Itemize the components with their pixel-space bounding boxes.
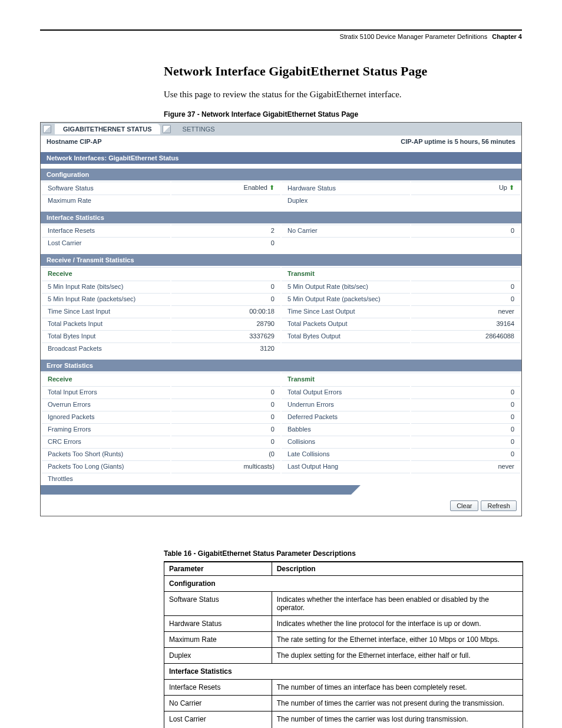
err-receive-head: Receive: [42, 373, 280, 385]
tab-bar: GIGABITETHERNET STATUS SETTINGS: [41, 123, 521, 136]
rt-r4rv: 39164: [411, 318, 520, 329]
err-e7rv: never: [411, 460, 520, 472]
err-e5l: CRC Errors: [42, 436, 170, 447]
p-r7d: The number of times the carrier was lost…: [272, 711, 523, 729]
table-label: Table 16 - GigabitEthernet Status Parame…: [164, 549, 522, 558]
no-carrier-label: No Carrier: [282, 225, 410, 236]
rt-table: Receive Transmit 5 Min Input Rate (bits/…: [41, 266, 521, 355]
transmit-head: Transmit: [282, 267, 520, 279]
rt-r4l: Total Packets Input: [42, 318, 170, 329]
err-e2l: Overrun Errors: [42, 398, 170, 410]
config-header: Configuration: [41, 169, 521, 180]
p-r2p: Hardware Status: [164, 616, 272, 632]
p-r2d: Indicates whether the line protocol for …: [272, 616, 523, 632]
max-rate-label: Maximum Rate: [42, 195, 170, 206]
button-bar: Clear Refresh: [41, 495, 521, 516]
err-e6r: Late Collisions: [282, 448, 410, 459]
tab-divider-icon: [163, 125, 171, 133]
err-e1rv: 0: [411, 386, 520, 397]
err-e2rv: 0: [411, 398, 520, 410]
err-e2lv: 0: [171, 398, 280, 410]
receive-head: Receive: [42, 267, 280, 279]
err-e7l: Packets Too Long (Giants): [42, 460, 170, 472]
err-e4lv: 0: [171, 423, 280, 434]
ifstats-table: Interface Resets 2 No Carrier 0 Lost Car…: [41, 223, 521, 249]
page-section-desc: Use this page to review the status for t…: [164, 90, 522, 100]
err-e6l: Packets Too Short (Runts): [42, 448, 170, 459]
status-screenshot: GIGABITETHERNET STATUS SETTINGS Hostname…: [40, 122, 522, 516]
lost-carrier-value: 0: [171, 237, 280, 248]
hostname-label: Hostname CIP-AP: [47, 138, 102, 145]
err-e4rv: 0: [411, 423, 520, 434]
rt-r3lv: 00:00:18: [171, 305, 280, 317]
p-r5p: Interface Resets: [164, 680, 272, 696]
rt-r5l: Total Bytes Input: [42, 330, 170, 341]
rt-r3l: Time Since Last Input: [42, 305, 170, 317]
hardware-status-label: Hardware Status: [282, 182, 410, 193]
uptime-text: CIP-AP uptime is 5 hours, 56 minutes: [401, 138, 515, 145]
config-table: Software Status Enabled ⬆ Hardware Statu…: [41, 180, 521, 207]
err-e3r: Deferred Packets: [282, 411, 410, 422]
p-r7p: Lost Carrier: [164, 711, 272, 729]
rt-r1lv: 0: [171, 281, 280, 292]
software-status-label: Software Status: [42, 182, 170, 193]
header-rule: [40, 29, 522, 31]
p-r3d: The rate setting for the Ethernet interf…: [272, 632, 523, 648]
p-r5d: The number of times an interface has bee…: [272, 680, 523, 696]
group-configuration: Configuration: [164, 576, 523, 592]
ifstats-header: Interface Statistics: [41, 212, 521, 223]
err-e8lv: [171, 473, 280, 484]
err-e2r: Underrun Errors: [282, 398, 410, 410]
host-bar: Hostname CIP-AP CIP-AP uptime is 5 hours…: [41, 136, 521, 147]
err-e7r: Last Output Hang: [282, 460, 410, 472]
rt-r3r: Time Since Last Output: [282, 305, 410, 317]
tab-status[interactable]: GIGABITETHERNET STATUS: [55, 124, 160, 134]
rt-r1rv: 0: [411, 281, 520, 292]
group-interface-statistics: Interface Statistics: [164, 664, 523, 680]
rt-r4r: Total Packets Output: [282, 318, 410, 329]
rt-r6lv: 3120: [171, 342, 280, 354]
rt-r5lv: 3337629: [171, 330, 280, 341]
rt-r5r: Total Bytes Output: [282, 330, 410, 341]
p-r1p: Software Status: [164, 592, 272, 616]
p-r6p: No Carrier: [164, 696, 272, 711]
rt-r2r: 5 Min Output Rate (packets/sec): [282, 293, 410, 304]
err-e3lv: 0: [171, 411, 280, 422]
figure-label: Figure 37 - Network Interface GigabitEth…: [164, 110, 522, 118]
duplex-label: Duplex: [282, 195, 410, 206]
rt-r6l: Broadcast Packets: [42, 342, 170, 354]
err-table: Receive Transmit Total Input Errors 0 To…: [41, 371, 521, 485]
header-title: Stratix 5100 Device Manager Parameter De…: [340, 33, 488, 40]
enabled-up-arrow-icon: ⬆: [269, 184, 275, 191]
refresh-button[interactable]: Refresh: [481, 500, 517, 511]
rt-r2lv: 0: [171, 293, 280, 304]
p-r4p: Duplex: [164, 648, 272, 664]
interface-resets-label: Interface Resets: [42, 225, 170, 236]
tab-settings[interactable]: SETTINGS: [174, 124, 223, 134]
err-e7lv: multicasts): [171, 460, 280, 472]
p-r4d: The duplex setting for the Ethernet inte…: [272, 648, 523, 664]
p-r3p: Maximum Rate: [164, 632, 272, 648]
th-parameter: Parameter: [164, 562, 272, 576]
duplex-value: [411, 195, 520, 206]
err-e5rv: 0: [411, 436, 520, 447]
footer-swoosh: [41, 485, 521, 495]
param-table: Parameter Description Configuration Soft…: [164, 561, 523, 728]
max-rate-value: [171, 195, 280, 206]
rt-r2rv: 0: [411, 293, 520, 304]
err-e4r: Babbles: [282, 423, 410, 434]
err-header: Error Statistics: [41, 360, 521, 371]
rt-r3rv: never: [411, 305, 520, 317]
err-e5r: Collisions: [282, 436, 410, 447]
header-chapter: Chapter 4: [492, 33, 522, 40]
rt-r4lv: 28790: [171, 318, 280, 329]
err-e6lv: (0: [171, 448, 280, 459]
err-e4l: Framing Errors: [42, 423, 170, 434]
err-e1lv: 0: [171, 386, 280, 397]
err-e3l: Ignored Packets: [42, 411, 170, 422]
rt-header: Receive / Transmit Statistics: [41, 254, 521, 266]
clear-button[interactable]: Clear: [450, 500, 478, 511]
page-corner-icon: [43, 125, 51, 133]
th-description: Description: [272, 562, 523, 576]
err-e8l: Throttles: [42, 473, 170, 484]
